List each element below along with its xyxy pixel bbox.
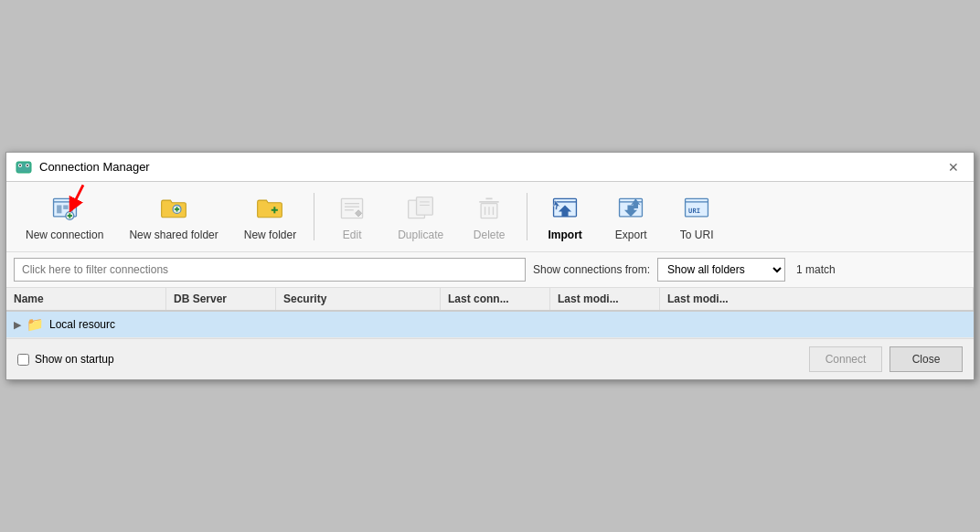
col-header-lastconn: Last conn... [441, 288, 550, 310]
footer: Show on startup Connect Close [6, 338, 974, 379]
row-lastmodi1 [550, 320, 660, 329]
duplicate-label: Duplicate [398, 229, 443, 241]
col-header-security: Security [276, 288, 441, 310]
footer-left: Show on startup [17, 353, 114, 366]
to-uri-icon: URI [680, 192, 713, 225]
svg-point-4 [27, 165, 28, 166]
match-count: 1 match [796, 263, 836, 276]
toolbar-separator-2 [527, 193, 527, 240]
window-title: Connection Manager [39, 160, 150, 174]
svg-text:URI: URI [688, 207, 700, 215]
edit-icon [336, 192, 368, 225]
svg-point-3 [19, 165, 21, 166]
svg-rect-25 [417, 197, 433, 216]
svg-rect-7 [57, 205, 61, 213]
import-label: Import [549, 229, 582, 241]
import-icon [549, 192, 581, 225]
row-name: Local resourc [49, 318, 115, 331]
col-header-lastmodi1: Last modi... [550, 288, 660, 310]
row-name-cell: ▶ 📁 Local resourc [6, 312, 166, 337]
import-button[interactable]: Import [533, 186, 597, 248]
filter-bar: Show connections from: Show all folders … [6, 252, 974, 288]
new-shared-folder-button[interactable]: New shared folder [117, 186, 229, 248]
new-folder-icon [253, 192, 286, 225]
duplicate-button[interactable]: Duplicate [386, 186, 455, 248]
edit-label: Edit [343, 229, 362, 241]
new-connection-icon [48, 192, 81, 225]
to-uri-label: To URI [680, 229, 714, 241]
table-header: Name DB Server Security Last conn... Las… [6, 288, 974, 312]
title-bar: Connection Manager ✕ [6, 153, 974, 182]
new-connection-button[interactable]: New connection [14, 186, 115, 248]
col-header-name: Name [6, 288, 166, 310]
title-bar-left: Connection Manager [16, 159, 150, 176]
toolbar-separator-1 [314, 193, 314, 240]
folder-select[interactable]: Show all folders [657, 258, 785, 282]
new-shared-folder-icon [157, 192, 190, 225]
window-close-button[interactable]: ✕ [943, 156, 964, 178]
export-icon [614, 192, 647, 225]
new-folder-label: New folder [244, 229, 296, 241]
toolbar: New connection New shared folder [6, 182, 974, 252]
delete-label: Delete [474, 229, 506, 241]
show-on-startup-checkbox[interactable] [17, 354, 29, 366]
show-on-startup-label[interactable]: Show on startup [17, 353, 114, 366]
filter-input[interactable] [14, 258, 526, 282]
duplicate-icon [404, 192, 437, 225]
new-shared-folder-label: New shared folder [129, 229, 218, 241]
new-folder-button[interactable]: New folder [232, 186, 308, 248]
close-button[interactable]: Close [889, 346, 963, 372]
delete-icon [473, 192, 506, 225]
delete-button[interactable]: Delete [457, 186, 521, 248]
row-lastmodi2 [660, 320, 974, 329]
col-header-dbserver: DB Server [166, 288, 276, 310]
col-header-lastmodi2: Last modi... [660, 288, 974, 310]
svg-rect-9 [69, 205, 73, 211]
folder-icon: 📁 [27, 316, 44, 333]
expand-icon[interactable]: ▶ [14, 319, 21, 331]
row-dbserver [166, 320, 276, 329]
svg-rect-8 [63, 205, 68, 208]
footer-right: Connect Close [809, 346, 963, 372]
show-connections-label: Show connections from: [533, 263, 650, 276]
row-lastconn [441, 320, 550, 329]
connection-manager-window: Connection Manager ✕ [5, 152, 975, 380]
export-button[interactable]: Export [599, 186, 663, 248]
export-label: Export [615, 229, 647, 241]
svg-rect-0 [16, 162, 31, 173]
new-connection-label: New connection [26, 229, 103, 241]
edit-button[interactable]: Edit [320, 186, 384, 248]
connect-button[interactable]: Connect [809, 346, 882, 372]
to-uri-button[interactable]: URI To URI [665, 186, 729, 248]
app-icon [16, 159, 32, 176]
row-security [276, 320, 441, 329]
table-row[interactable]: ▶ 📁 Local resourc [6, 312, 974, 338]
connections-table: Name DB Server Security Last conn... Las… [6, 288, 974, 338]
